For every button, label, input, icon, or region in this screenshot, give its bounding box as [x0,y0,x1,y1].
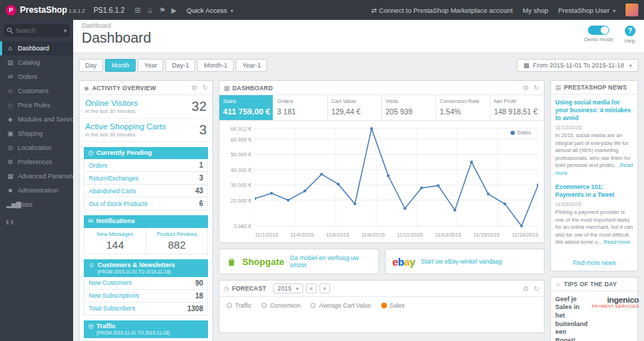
my-shop-link[interactable]: My shop [523,6,548,14]
sidebar-item-administration[interactable]: ■Administration [0,183,73,197]
help-icon: ? [625,26,635,36]
help-button[interactable]: ? Help [625,26,635,44]
quick-access-menu[interactable]: Quick Access ▾ [187,6,234,14]
activity-big-stat[interactable]: Online Visitorsin the last 30 minutes32 [80,95,212,119]
toggle-switch-icon[interactable] [588,26,609,35]
forecast-prev-button[interactable]: « [306,283,317,293]
gear-icon[interactable]: ⚙ [523,84,529,92]
sidebar-item-price-rules[interactable]: ◇Price Rules [0,98,73,112]
date-range-picker[interactable]: ▦ From 2015-11-01 To 2015-11-18 ▾ [517,59,638,72]
sidebar-collapse-button[interactable]: ▮▮ [0,212,73,232]
marketplace-icon: ⇄ [371,6,377,14]
ingenico-brand-name: ingenico [591,296,638,304]
x-tick-label: 11/13/2015 [435,232,462,238]
sidebar-item-catalog[interactable]: ▤Catalog [0,55,73,70]
forecast-legend-sales[interactable]: Sales [381,302,405,309]
filter-button-day[interactable]: Day [79,59,103,72]
filter-button-day-1[interactable]: Day-1 [165,59,195,72]
activity-row-orders[interactable]: Orders1 [84,159,208,172]
forecast-legend-traffic[interactable]: Traffic [227,302,251,309]
activity-col-new-messages[interactable]: New Messages144 [84,228,146,254]
shopgate-promo[interactable]: Shopgate Ga mobiel en verhoog uw omzet [219,249,379,274]
sidebar-item-orders[interactable]: ✉Orders [0,70,73,84]
refresh-icon[interactable]: ↻ [533,84,540,92]
kpi-label: Conversion Rate [440,98,486,104]
demo-mode-toggle[interactable]: Demo mode [584,26,613,43]
filter-button-year[interactable]: Year [138,59,163,72]
x-tick-label: 11/11/2015 [397,232,422,238]
avatar[interactable] [626,4,638,16]
kpi-tab-visits[interactable]: Visits205 939 [382,95,436,120]
sidebar-item-stats[interactable]: ▂▅▇Stats [0,197,73,212]
search-input[interactable] [16,27,60,34]
forecast-legend-conversion[interactable]: Conversion [261,302,300,309]
activity-row-out-of-stock-products[interactable]: Out of Stock Products6 [84,197,208,210]
forecast-next-button[interactable]: » [320,283,330,293]
sidebar-item-shipping[interactable]: ▣Shipping [0,126,73,141]
forecast-year-select[interactable]: 2015 ▾ [273,283,303,293]
user-menu[interactable]: PrestaShop User ▾ [558,6,616,14]
google-analytics-link[interactable]: • Link to your Google Analytics account [84,338,208,341]
kpi-tab-cart-value[interactable]: Cart Value129,44 € [328,95,382,120]
rocket-icon[interactable]: ▶ [171,6,177,14]
activity-row-new-subscriptions[interactable]: New Subscriptions18 [84,290,208,303]
kpi-tab-net-profit[interactable]: Net Profit148 918,51 € [491,95,544,120]
sidebar-item-modules-and-services[interactable]: ◈Modules and Services [0,112,73,126]
activity-col-product-reviews[interactable]: Product Reviews882 [146,228,207,254]
gear-icon[interactable]: ⚙ [523,285,529,293]
activity-row-new-customers[interactable]: New Customers90 [84,277,208,290]
shopgate-link[interactable]: Ga mobiel en verhoog uw omzet [290,254,371,269]
filter-button-year-1[interactable]: Year-1 [236,59,267,72]
kpi-tab-conversion-rate[interactable]: Conversion Rate1.54% [436,95,490,120]
traffic-icon: ◎ [88,323,94,330]
activity-row-abandoned-carts[interactable]: Abandoned Carts43 [84,185,208,197]
legend-dot [310,303,316,308]
sidebar-search[interactable]: ▾ [4,24,70,37]
activity-big-stat[interactable]: Active Shopping Cartsin the last 30 minu… [80,119,212,142]
megaphone-icon[interactable]: ⚑ [159,6,165,14]
shop-name[interactable]: PS1.6.1.2 [94,6,125,14]
notifications-icon: ✉ [88,217,94,225]
filter-button-month-1[interactable]: Month-1 [197,59,234,72]
marketplace-link[interactable]: ⇄ Connect to PrestaShop Marketplace acco… [371,6,513,14]
sidebar-item-localization[interactable]: ◎Localization [0,141,73,155]
orders-icon: ✉ [6,73,14,80]
sidebar-item-advanced-parameters[interactable]: ▦Advanced Parameters [0,169,73,183]
section-subtitle: (FROM 2015-11-01 TO 2015-11-18) [97,269,175,275]
prestashop-logo[interactable]: P PrestaShop1.6.1.2 [6,5,85,16]
read-more-link[interactable]: Read more [555,162,633,176]
help-label: Help [625,38,635,44]
activity-row-return-exchanges[interactable]: Return/Exchanges3 [84,172,208,185]
find-more-news-link[interactable]: Find more news [551,257,638,271]
dashboard-panel-title: DASHBOARD [232,85,273,92]
page-header: Dashboard Dashboard Demo mode ? Help [73,20,644,53]
ebay-link[interactable]: Start uw eBay-winkel vandaag [421,258,502,265]
sidebar: ▾ ⌂Dashboard▤Catalog✉Orders☺Customers◇Pr… [0,20,73,341]
cart-icon[interactable]: ⊞ [135,6,141,14]
caret-down-icon: ▾ [296,286,299,292]
sidebar-menu: ⌂Dashboard▤Catalog✉Orders☺Customers◇Pric… [0,41,73,212]
clock-icon: ◷ [88,149,94,157]
activity-row-total-subscribers[interactable]: Total Subscribers1308 [84,303,208,315]
article-title[interactable]: Ecommerce 101: Payments in a Tweet [555,183,633,199]
row-label: New Subscriptions [89,292,138,299]
row-value: 1 [199,161,203,169]
kpi-value: 129,44 € [332,107,378,116]
forecast-chart-placeholder [219,314,544,332]
shipping-icon: ▣ [6,130,14,137]
sidebar-item-dashboard[interactable]: ⌂Dashboard [0,41,73,55]
refresh-icon[interactable]: ↻ [202,84,208,92]
advanced-parameters-icon: ▦ [6,173,14,180]
refresh-icon[interactable]: ↻ [533,285,540,293]
gear-icon[interactable]: ⚙ [191,84,197,92]
sidebar-item-customers[interactable]: ☺Customers [0,84,73,98]
kpi-tab-sales[interactable]: Sales411 759,00 € [219,95,273,120]
profile-icon[interactable]: ☺ [146,6,153,14]
ebay-promo[interactable]: ebay Start uw eBay-winkel vandaag [385,249,545,274]
filter-button-month[interactable]: Month [105,59,136,72]
sidebar-item-preferences[interactable]: ⚙Preferences [0,155,73,169]
kpi-tab-orders[interactable]: Orders3 181 [273,95,327,120]
forecast-legend-average-cart-value[interactable]: Average Cart Value [310,302,371,309]
article-title[interactable]: Using social media for your business: 4 … [555,99,633,122]
read-more-link[interactable]: Read more [604,239,630,245]
